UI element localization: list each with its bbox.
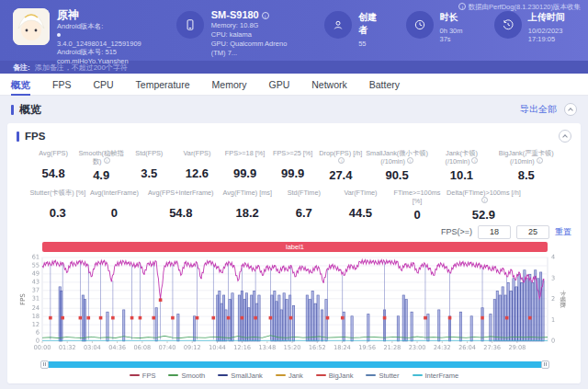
fps-threshold-input-1[interactable] [478, 225, 511, 239]
metric-label: Std(FPS) [125, 149, 173, 165]
info-icon[interactable]: i [471, 157, 478, 164]
metric-tabs: 概览FPSCPUTemperatureMemoryGPUNetworkBatte… [0, 74, 588, 96]
duration-block: 时长 0h 30m 37s [406, 8, 467, 43]
android-version-value: 3.4.0_12498014_12591909 [57, 40, 141, 48]
android-version-line: 3.4.0_12498014_12591909 [57, 30, 141, 48]
collapse-section-button[interactable] [564, 103, 577, 116]
metric-value: 18.2 [219, 206, 276, 220]
info-icon[interactable]: i [537, 157, 543, 164]
legend-item-FPS[interactable]: FPS [130, 372, 156, 380]
person-icon [324, 11, 352, 39]
legend-color-dash [276, 374, 286, 376]
scrollbar-right-handle[interactable] [541, 360, 549, 369]
legend-item-SmallJank[interactable]: SmallJank [218, 372, 263, 380]
metric-Delta(FTime)>100ms [/h]: Delta(FTime)>100ms [/h]i52.9 [446, 189, 522, 222]
tab-概览[interactable]: 概览 [11, 74, 30, 96]
tab-FPS[interactable]: FPS [52, 74, 71, 96]
metric-value: 52.9 [446, 208, 522, 222]
tab-Temperature[interactable]: Temperature [136, 74, 190, 96]
legend-color-dash [168, 374, 178, 376]
reset-link[interactable]: 重置 [555, 226, 571, 238]
metric-Stutter(卡顿率) [%]: Stutter(卡顿率) [%]0.3 [29, 189, 86, 222]
metric-value: 4.9 [77, 168, 125, 182]
info-icon[interactable]: i [338, 157, 345, 164]
metric-Drop(FPS) [/h]: Drop(FPS) [/h]i27.4 [317, 149, 365, 182]
app-block: 原神 Android版本名: 3.4.0_12498014_12591909 A… [13, 8, 141, 65]
info-icon[interactable]: i [104, 157, 110, 164]
metric-FPS>=18 [%]: FPS>=18 [%]99.9 [221, 149, 269, 182]
legend-item-Smooth[interactable]: Smooth [168, 372, 205, 380]
chart-label-bar[interactable]: label1 [42, 242, 548, 252]
tab-Battery[interactable]: Battery [369, 74, 400, 96]
duration-value: 0h 30m 37s [440, 27, 467, 43]
fps-panel-title-row: FPS [17, 131, 45, 142]
metric-label: FPS>=18 [%] [221, 149, 269, 165]
metric-FPS>=25 [%]: FPS>=25 [%]99.9 [269, 149, 317, 182]
metric-Avg(FTime) [ms]: Avg(FTime) [ms]18.2 [219, 189, 276, 222]
legend-item-BigJank[interactable]: BigJank [316, 372, 354, 380]
metric-Avg(InterFrame): Avg(InterFrame)0 [86, 189, 143, 222]
legend-item-Stutter[interactable]: Stutter [366, 372, 399, 380]
metric-value: 99.9 [221, 166, 269, 180]
collapse-fps-panel-button[interactable] [559, 130, 571, 143]
info-icon: i [458, 3, 466, 10]
legend-item-InterFrame[interactable]: InterFrame [413, 372, 459, 380]
legend-item-Jank[interactable]: Jank [276, 372, 303, 380]
metric-value: 90.5 [365, 168, 429, 182]
android-build-line: Android版本号: 515 [57, 48, 141, 56]
version-dot-icon [57, 33, 61, 37]
legend-color-dash [316, 374, 326, 376]
tab-Memory[interactable]: Memory [212, 74, 247, 96]
history-clock-icon [494, 11, 522, 39]
tab-GPU[interactable]: GPU [268, 74, 289, 96]
tab-CPU[interactable]: CPU [93, 74, 113, 96]
metric-SmallJank(微小卡顿): SmallJank(微小卡顿)(/10min)i90.5 [365, 149, 429, 182]
clock-icon [406, 11, 434, 39]
upload-time-value: 10/02/2023 17:19:05 [528, 27, 579, 43]
phone-icon [176, 11, 204, 39]
creator-label: 创建者 [358, 11, 378, 37]
legend-color-dash [413, 374, 423, 376]
info-icon[interactable]: i [481, 197, 488, 203]
fps-threshold-input-2[interactable] [516, 225, 549, 239]
creator-value: 55 [358, 40, 378, 48]
metric-label: FPS>=25 [%] [269, 149, 317, 165]
metric-label: Var(FPS) [173, 149, 220, 165]
metric-FTime>=100ms [%]: FTime>=100ms [%]0 [389, 189, 446, 222]
metric-Avg(FPS+InterFrame): Avg(FPS+InterFrame)54.8 [142, 189, 219, 222]
title-accent-bar [17, 132, 19, 142]
metric-value: 8.5 [494, 168, 559, 182]
metric-label: Drop(FPS) [/h]i [317, 149, 365, 166]
metric-label: Avg(FTime) [ms] [219, 189, 276, 204]
fps-metrics-row-2: Stutter(卡顿率) [%]0.3Avg(InterFrame)0Avg(F… [17, 189, 571, 222]
overview-title-row: 概览 [11, 102, 41, 118]
metric-value: 54.8 [142, 206, 219, 220]
metric-label: Stutter(卡顿率) [%] [29, 189, 86, 204]
metric-label: Avg(FPS+InterFrame) [142, 189, 219, 204]
upload-time-label: 上传时间 [528, 11, 579, 24]
metric-value: 44.5 [333, 206, 390, 220]
device-memory: Memory: 10.8G [211, 21, 297, 30]
scrollbar-left-handle[interactable] [40, 360, 49, 369]
metric-label: Jank(卡顿)(/10min)i [429, 149, 493, 166]
upload-time-block: 上传时间 10/02/2023 17:19:05 [494, 8, 579, 43]
metric-value: 0 [86, 206, 143, 220]
metric-Jank(卡顿): Jank(卡顿)(/10min)i10.1 [429, 149, 493, 182]
fps-chart-canvas[interactable] [17, 253, 568, 361]
app-package: com.miHoYo.Yuanshen [57, 57, 141, 65]
metric-label: SmallJank(微小卡顿)(/10min)i [365, 149, 429, 166]
creator-block: 创建者 55 [324, 8, 378, 48]
info-icon[interactable]: i [407, 157, 413, 164]
chart-scrollbar[interactable] [42, 361, 548, 368]
metric-Std(FTime): Std(FTime)6.7 [276, 189, 333, 222]
metric-value: 3.5 [125, 166, 173, 180]
device-info-icon[interactable]: i [262, 12, 269, 19]
tab-Network[interactable]: Network [311, 74, 347, 96]
metric-value: 6.7 [276, 206, 333, 220]
fps-metrics-row-1: Avg(FPS)54.8Smooth(稳帧指数)i4.9Std(FPS)3.5V… [17, 149, 571, 182]
metric-value: 54.8 [29, 166, 77, 180]
app-name: 原神 [57, 8, 141, 22]
metric-label: Avg(InterFrame) [86, 189, 143, 204]
export-all-link[interactable]: 导出全部 [520, 103, 557, 116]
chevron-up-icon [562, 134, 568, 140]
